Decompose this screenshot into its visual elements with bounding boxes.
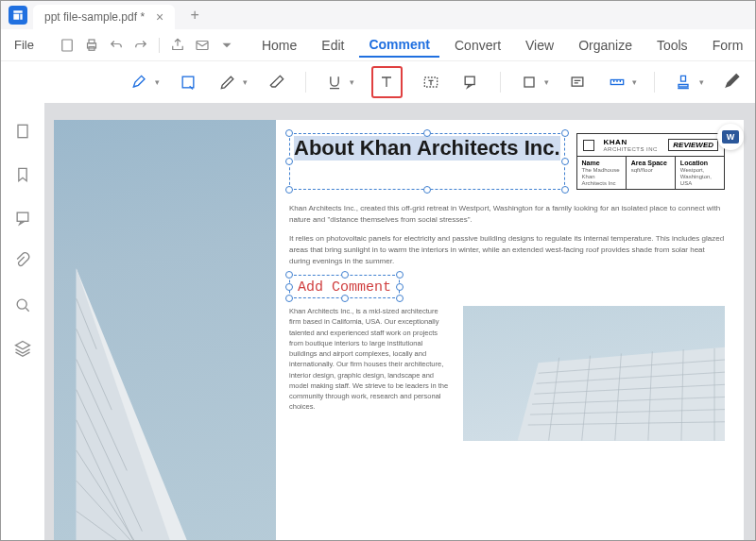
save-icon[interactable] [59,37,76,54]
brand-logo-icon [583,140,594,151]
svg-rect-9 [572,77,583,86]
secondary-image [463,306,725,441]
share-icon[interactable] [169,37,186,54]
comment-toolbar: ▾ ▾ ▾ ▾ ▾ ▾ [1,61,755,103]
text-comment-tool[interactable] [371,66,403,98]
document-canvas[interactable]: About Khan Architects Inc. KHAN ARCHITEC… [44,103,755,540]
highlight-tool[interactable] [128,69,150,95]
paragraph-2: It relies on photovoltaic panels for ele… [289,233,725,267]
measure-tool[interactable] [606,69,628,95]
callout-tool[interactable] [459,69,482,95]
search-icon[interactable] [13,296,32,314]
comment-text: Add Comment [298,279,391,296]
paragraph-3: Khan Architects Inc., is a mid-sized arc… [289,306,450,441]
pdf-page: About Khan Architects Inc. KHAN ARCHITEC… [54,120,744,540]
note-tool[interactable] [566,69,589,95]
comments-panel-icon[interactable] [13,209,32,228]
info-area-label: Area Space [631,160,670,166]
comment-annotation[interactable]: Add Comment [289,275,400,298]
chevron-down-icon[interactable]: ▾ [350,77,354,87]
attachments-icon[interactable] [13,252,32,271]
info-location-value: Westport, Washington, USA [680,167,712,186]
chevron-down-icon[interactable]: ▾ [699,77,704,87]
menubar: File Home Edit Comment Convert View Orga… [1,29,755,61]
svg-marker-26 [518,347,725,441]
email-icon[interactable] [194,37,211,54]
thumbnails-icon[interactable] [13,122,32,141]
quick-access-toolbar [59,37,235,54]
document-tab[interactable]: ppt file-sample.pdf * × [33,5,175,29]
svg-rect-5 [182,76,194,88]
svg-rect-8 [524,77,534,87]
layers-icon[interactable] [13,339,32,358]
menu-comment[interactable]: Comment [359,33,439,58]
menu-convert[interactable]: Convert [445,34,510,57]
reviewed-badge: REVIEWED [668,139,718,151]
undo-icon[interactable] [108,37,125,54]
tab-title: ppt file-sample.pdf * [44,10,145,24]
underline-tool[interactable] [323,69,346,95]
title-selection-box[interactable]: About Khan Architects Inc. [289,133,565,190]
stamp-tool[interactable] [672,69,695,95]
svg-rect-12 [17,212,28,221]
signature-tool[interactable] [721,69,744,95]
chevron-down-icon[interactable]: ▾ [632,77,637,87]
word-export-badge[interactable]: W [717,124,744,150]
shapes-tool[interactable] [517,69,540,95]
hero-image [54,120,276,540]
info-name-value: The Madhouse Khan Architects Inc [582,167,620,186]
app-logo-icon [9,6,27,25]
new-tab-button[interactable]: + [186,7,203,24]
svg-rect-4 [197,41,208,49]
chevron-down-icon[interactable]: ▾ [544,77,549,87]
paragraph-1: Khan Architects Inc., created this off-g… [289,203,725,226]
menu-form[interactable]: Form [703,34,753,57]
redo-icon[interactable] [132,37,149,54]
svg-rect-0 [62,40,73,51]
word-icon: W [722,130,739,144]
info-location-label: Location [680,160,719,166]
svg-point-13 [17,299,26,309]
brand-subtitle: ARCHITECTS INC [604,146,658,152]
file-menu[interactable]: File [10,36,38,54]
print-icon[interactable] [83,37,100,54]
bookmarks-icon[interactable] [13,165,32,184]
menu-view[interactable]: View [516,34,563,57]
more-icon[interactable] [218,37,235,54]
titlebar: ppt file-sample.pdf * × + [1,1,755,29]
info-block: KHAN ARCHITECTS INC REVIEWED NameThe Mad… [576,133,725,190]
eraser-tool[interactable] [265,69,287,95]
svg-rect-2 [89,40,94,43]
area-highlight-tool[interactable] [177,69,199,95]
brand-name: KHAN [604,138,658,146]
left-sidebar [1,103,44,540]
menu-organize[interactable]: Organize [569,34,642,57]
document-title: About Khan Architects Inc. [294,136,560,161]
info-name-label: Name [582,160,621,166]
chevron-down-icon[interactable]: ▾ [155,77,160,87]
info-area-value: sqft/floor [631,167,653,173]
text-box-tool[interactable] [420,69,442,95]
chevron-down-icon[interactable]: ▾ [243,77,248,87]
menu-home[interactable]: Home [252,34,306,57]
pencil-tool[interactable] [216,69,239,95]
close-tab-icon[interactable]: × [156,9,163,25]
menu-tools[interactable]: Tools [647,34,697,57]
svg-rect-7 [465,76,474,84]
menu-edit[interactable]: Edit [312,34,353,57]
svg-rect-11 [18,125,27,137]
